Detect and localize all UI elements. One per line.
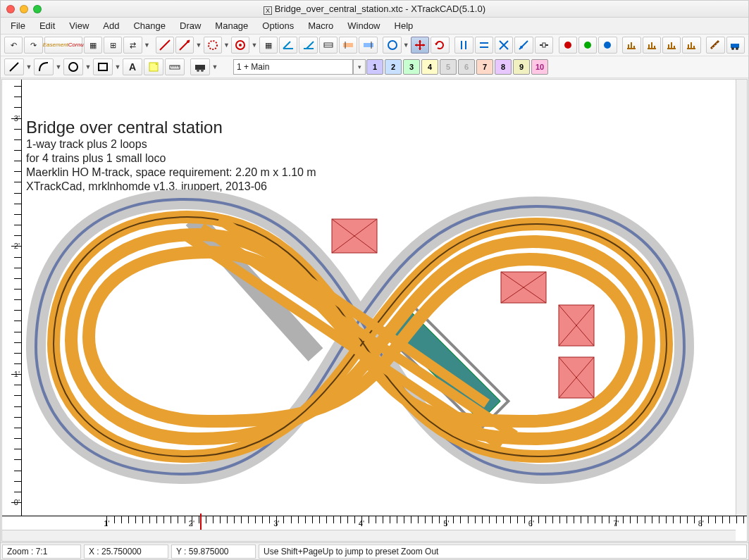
menu-manage[interactable]: Manage	[208, 18, 255, 33]
menu-macro[interactable]: Macro	[301, 18, 340, 33]
text-tool-icon[interactable]: A	[123, 58, 142, 75]
menu-edit[interactable]: Edit	[32, 18, 62, 33]
switch-a-icon[interactable]	[339, 37, 357, 54]
layer-button-7[interactable]: 7	[476, 59, 493, 75]
dropdown-arrow-icon[interactable]: ▼	[223, 42, 230, 49]
draw-circle-icon[interactable]	[63, 58, 83, 75]
window-title-text: Bridge_over_central_station.xtc - XTrack…	[275, 4, 485, 14]
dropdown-arrow-icon[interactable]: ▼	[194, 42, 202, 49]
building-2	[501, 272, 546, 303]
dropdown-arrow-icon[interactable]: ▼	[211, 63, 219, 70]
mirror-h-icon[interactable]	[475, 37, 493, 54]
dropdown-arrow-icon[interactable]: ▼	[250, 42, 258, 49]
layer-button-10[interactable]: 10	[531, 59, 548, 75]
title-bar: X Bridge_over_central_station.xtc - XTra…	[1, 1, 748, 18]
svg-point-17	[604, 42, 611, 49]
status-hint: Use Shift+PageUp to jump to preset Zoom …	[259, 545, 747, 559]
building-1	[332, 219, 377, 253]
drawing-canvas[interactable]: 0'1'2'3' Bridge over central station 1-w…	[2, 80, 747, 541]
draw-curve-icon[interactable]	[34, 58, 54, 75]
dropdown-arrow-icon[interactable]: ▼	[54, 63, 63, 70]
ruler-vertical: 0'1'2'3'	[2, 80, 22, 516]
layer-button-5[interactable]: 5	[440, 59, 457, 75]
draw-toolbar: ▼▼▼▼A▼1 + Main▾12345678910	[1, 56, 748, 78]
draw-line-icon[interactable]	[4, 58, 24, 75]
gap-icon[interactable]	[535, 37, 553, 54]
canvas-area: 0'1'2'3' Bridge over central station 1-w…	[1, 79, 748, 542]
line-arrow-icon[interactable]	[175, 37, 194, 54]
measure-icon[interactable]	[706, 37, 724, 54]
track-drawing[interactable]: Bridge over central station 1-way track …	[22, 80, 747, 516]
scrollbar-horizontal[interactable]	[2, 530, 736, 541]
svg-point-22	[69, 63, 78, 71]
menu-options[interactable]: Options	[255, 18, 301, 33]
train-icon[interactable]	[190, 58, 210, 75]
elev-d-icon[interactable]	[682, 37, 700, 54]
loco-icon[interactable]	[726, 37, 745, 54]
chevron-down-icon[interactable]: ▾	[353, 59, 366, 75]
line-red-icon[interactable]	[156, 37, 174, 54]
dropdown-arrow-icon[interactable]: ▼	[84, 63, 92, 70]
status-zoom: Zoom : 7:1	[2, 545, 81, 559]
dropdown-arrow-icon[interactable]: ▼	[113, 63, 122, 70]
signal-r-icon[interactable]	[559, 37, 577, 54]
svg-rect-23	[99, 63, 107, 70]
menu-bar: File Edit View Add Change Draw Manage Op…	[1, 18, 748, 35]
undo-icon[interactable]: ↶	[4, 37, 23, 54]
signal-b-icon[interactable]	[598, 37, 617, 54]
layer-button-3[interactable]: 3	[403, 59, 420, 75]
svg-rect-14	[543, 43, 545, 47]
layer-select[interactable]: 1 + Main	[233, 59, 353, 75]
signal-g-icon[interactable]	[578, 37, 597, 54]
menu-add[interactable]: Add	[96, 18, 126, 33]
menu-help[interactable]: Help	[388, 18, 421, 33]
turnout-b-icon[interactable]	[299, 37, 317, 54]
draw-box-icon[interactable]	[93, 58, 113, 75]
layer-button-2[interactable]: 2	[385, 59, 402, 75]
redo-icon[interactable]: ↷	[24, 37, 42, 54]
building-3	[559, 305, 594, 346]
svg-point-2	[187, 40, 190, 43]
dropdown-arrow-icon[interactable]: ▼	[25, 63, 33, 70]
switch-b-icon[interactable]	[359, 37, 377, 54]
mirror-v-icon[interactable]	[454, 37, 473, 54]
bumper-icon[interactable]	[319, 37, 338, 54]
status-bar: Zoom : 7:1 X : 25.750000 Y : 59.875000 U…	[1, 542, 748, 559]
layer-button-9[interactable]: 9	[513, 59, 530, 75]
easement-button[interactable]: EasementCornu	[44, 37, 82, 54]
turnout-a-icon[interactable]	[279, 37, 297, 54]
layer-button-4[interactable]: 4	[421, 59, 438, 75]
menu-window[interactable]: Window	[340, 18, 387, 33]
svg-line-0	[160, 40, 170, 50]
layer-button-6[interactable]: 6	[458, 59, 475, 75]
circle-dashed-icon[interactable]	[204, 37, 222, 54]
menu-draw[interactable]: Draw	[173, 18, 208, 33]
note-tool-icon[interactable]	[144, 58, 163, 75]
grid-show-icon[interactable]: ⊞	[104, 37, 122, 54]
grid-a-icon[interactable]: ▦	[259, 37, 278, 54]
layer-button-1[interactable]: 1	[366, 59, 383, 75]
elev-b-icon[interactable]	[643, 37, 661, 54]
layer-button-8[interactable]: 8	[495, 59, 512, 75]
scrollbar-vertical[interactable]	[736, 80, 747, 516]
ruler-tool-icon[interactable]	[165, 58, 185, 75]
blue-circle-icon[interactable]	[383, 37, 401, 54]
dropdown-arrow-icon[interactable]: ▼	[402, 42, 410, 49]
svg-point-15	[564, 42, 571, 49]
menu-file[interactable]: File	[4, 18, 32, 33]
app-icon: X	[264, 6, 272, 15]
move-icon[interactable]	[411, 37, 429, 54]
snap-grid-icon[interactable]: ▦	[84, 37, 102, 54]
building-4	[559, 357, 594, 398]
dims-icon[interactable]: ⇄	[123, 37, 142, 54]
menu-view[interactable]: View	[62, 18, 96, 33]
target-icon[interactable]	[231, 37, 249, 54]
dropdown-arrow-icon[interactable]: ▼	[143, 42, 151, 49]
rotate-icon[interactable]	[431, 37, 449, 54]
elev-a-icon[interactable]	[622, 37, 640, 54]
mirror-y-icon[interactable]	[514, 37, 533, 54]
menu-change[interactable]: Change	[126, 18, 173, 33]
svg-rect-18	[731, 44, 739, 48]
elev-c-icon[interactable]	[662, 37, 681, 54]
mirror-x-icon[interactable]	[495, 37, 513, 54]
